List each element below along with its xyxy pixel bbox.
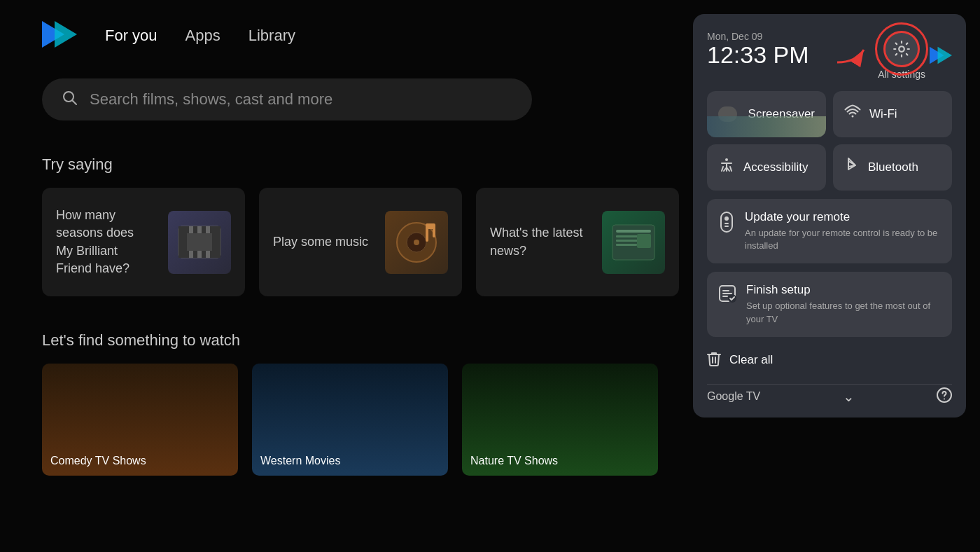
try-card-2[interactable]: What's the latest news? — [476, 188, 679, 296]
try-card-0[interactable]: How many seasons does My Brilliant Frien… — [42, 188, 245, 296]
search-bar[interactable]: Search films, shows, cast and more — [42, 78, 532, 120]
screensaver-tile[interactable]: Screensaver — [707, 91, 826, 137]
help-icon[interactable] — [937, 387, 952, 406]
finish-setup-title: Finish setup — [746, 283, 941, 297]
red-arrow-icon — [832, 41, 874, 69]
gear-icon — [892, 40, 911, 58]
svg-point-28 — [899, 46, 904, 52]
svg-point-32 — [725, 158, 728, 161]
show-card-nature[interactable]: Nature TV Shows — [462, 364, 658, 476]
nav-links: For you Apps Library — [105, 27, 295, 45]
update-remote-title: Update your remote — [745, 210, 941, 224]
try-card-text-2: What's the latest news? — [490, 224, 588, 259]
panel-header-right: All settings — [832, 31, 952, 80]
quick-tiles: Screensaver Wi-Fi — [707, 91, 952, 191]
bluetooth-tile[interactable]: Bluetooth — [833, 144, 952, 191]
clear-all-row[interactable]: Clear all — [707, 345, 952, 375]
show-card-bg-comedy: Comedy TV Shows — [42, 364, 238, 476]
footer-brand: Google TV — [707, 390, 760, 403]
svg-marker-30 — [938, 47, 952, 64]
svg-rect-13 — [197, 251, 202, 258]
show-card-western[interactable]: Western Movies — [252, 364, 448, 476]
show-card-label-comedy: Comedy TV Shows — [50, 455, 146, 467]
show-card-label-nature: Nature TV Shows — [470, 455, 558, 467]
svg-rect-9 — [189, 226, 193, 233]
svg-rect-11 — [206, 226, 210, 233]
nav-library[interactable]: Library — [248, 27, 295, 45]
svg-rect-26 — [637, 234, 651, 248]
finish-setup-card[interactable]: Finish setup Set up optional features to… — [707, 272, 952, 336]
panel-time: 12:33 PM — [707, 42, 809, 68]
panel-footer: Google TV ⌄ — [707, 384, 952, 406]
svg-rect-12 — [189, 251, 193, 258]
svg-rect-36 — [724, 226, 729, 227]
finish-setup-icon — [718, 284, 736, 307]
search-icon — [62, 90, 78, 109]
finish-setup-content: Finish setup Set up optional features to… — [746, 283, 941, 325]
update-remote-content: Update your remote An update for your re… — [745, 210, 941, 252]
try-card-1[interactable]: Play some music — [259, 188, 462, 296]
finish-setup-desc: Set up optional features to get the most… — [746, 300, 941, 325]
search-placeholder: Search films, shows, cast and more — [90, 90, 332, 109]
svg-rect-20 — [433, 226, 435, 237]
screensaver-thumbnail — [707, 116, 826, 137]
try-card-img-0 — [168, 211, 231, 274]
panel-header: Mon, Dec 09 12:33 PM — [707, 31, 952, 80]
show-card-label-western: Western Movies — [260, 455, 340, 467]
clear-all-label: Clear all — [729, 353, 773, 367]
bluetooth-label: Bluetooth — [868, 160, 918, 174]
nav-apps[interactable]: Apps — [186, 27, 220, 45]
remote-icon — [718, 212, 735, 237]
nav-for-you[interactable]: For you — [105, 27, 158, 45]
show-card-bg-nature: Nature TV Shows — [462, 364, 658, 476]
svg-line-3 — [73, 101, 77, 105]
wifi-icon — [844, 104, 861, 125]
panel-date: Mon, Dec 09 — [707, 31, 809, 42]
svg-point-31 — [852, 116, 854, 118]
svg-point-34 — [724, 216, 729, 221]
svg-rect-22 — [616, 230, 651, 233]
accessibility-icon — [718, 157, 735, 178]
try-card-img-2 — [602, 211, 665, 274]
svg-rect-14 — [206, 251, 210, 258]
accessibility-label: Accessibility — [743, 160, 808, 174]
panel: Mon, Dec 09 12:33 PM — [693, 14, 966, 418]
chevron-down-icon[interactable]: ⌄ — [843, 388, 855, 405]
svg-point-17 — [414, 240, 419, 245]
show-card-comedy[interactable]: Comedy TV Shows — [42, 364, 238, 476]
try-card-img-1 — [385, 211, 448, 274]
wifi-label: Wi-Fi — [869, 107, 897, 121]
update-remote-desc: An update for your remote control is rea… — [745, 227, 941, 252]
svg-rect-35 — [724, 223, 729, 224]
svg-rect-33 — [721, 212, 732, 232]
try-card-text-1: Play some music — [273, 233, 368, 251]
logo[interactable] — [42, 21, 77, 50]
svg-rect-10 — [197, 226, 202, 233]
show-card-bg-western: Western Movies — [252, 364, 448, 476]
update-remote-card[interactable]: Update your remote An update for your re… — [707, 199, 952, 263]
settings-button[interactable] — [883, 31, 920, 67]
panel-datetime: Mon, Dec 09 12:33 PM — [707, 31, 809, 68]
svg-marker-1 — [55, 21, 77, 48]
svg-point-40 — [944, 398, 945, 399]
google-tv-logo-header — [930, 44, 952, 67]
svg-rect-23 — [616, 235, 640, 237]
accessibility-tile[interactable]: Accessibility — [707, 144, 826, 191]
bluetooth-icon — [844, 157, 860, 178]
trash-icon — [707, 351, 721, 370]
svg-rect-25 — [616, 244, 637, 246]
try-card-text-0: How many seasons does My Brilliant Frien… — [56, 207, 154, 277]
wifi-tile[interactable]: Wi-Fi — [833, 91, 952, 137]
